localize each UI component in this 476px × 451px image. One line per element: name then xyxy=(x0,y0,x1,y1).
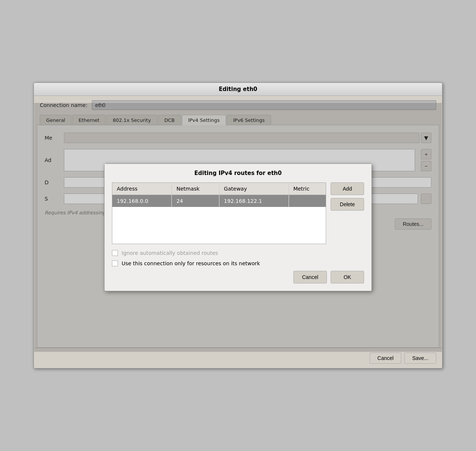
dialog-cancel-button[interactable]: Cancel xyxy=(293,271,327,283)
cell-netmask: 24 xyxy=(172,195,219,207)
ignore-routes-label: Ignore automatically obtained routes xyxy=(122,250,218,256)
main-save-button[interactable]: Save... xyxy=(404,353,436,364)
table-row[interactable]: 192.168.0.0 24 192.168.122.1 xyxy=(112,195,326,207)
col-address: Address xyxy=(112,182,172,195)
table-action-buttons: Add Delete xyxy=(331,182,364,244)
window-title: Editing eth0 xyxy=(34,83,442,96)
main-window: Editing eth0 Connection name: General Et… xyxy=(33,82,443,369)
use-only-label: Use this connection only for resources o… xyxy=(122,260,260,266)
dialog-ok-button[interactable]: OK xyxy=(331,271,364,283)
use-only-checkbox[interactable] xyxy=(112,260,118,266)
empty-row-1 xyxy=(112,207,326,244)
ignore-routes-checkbox[interactable] xyxy=(112,250,118,256)
col-gateway: Gateway xyxy=(219,182,289,195)
main-cancel-button[interactable]: Cancel xyxy=(370,353,402,364)
delete-route-button[interactable]: Delete xyxy=(331,198,364,211)
use-only-row: Use this connection only for resources o… xyxy=(112,260,364,266)
dialog-overlay: Editing IPv4 routes for eth0 Address Net… xyxy=(34,103,442,352)
add-route-button[interactable]: Add xyxy=(331,182,364,195)
dialog-footer: Cancel OK xyxy=(112,271,364,283)
ipv4-routes-dialog: Editing IPv4 routes for eth0 Address Net… xyxy=(104,163,372,292)
content-area: Me ▼ Ad + − D S xyxy=(37,125,439,348)
col-metric: Metric xyxy=(289,182,326,195)
dialog-content: Address Netmask Gateway Metric 192.168.0… xyxy=(104,182,372,291)
cell-gateway: 192.168.122.1 xyxy=(219,195,289,207)
cell-metric xyxy=(289,195,326,207)
routes-table: Address Netmask Gateway Metric 192.168.0… xyxy=(112,182,326,244)
dialog-title: Editing IPv4 routes for eth0 xyxy=(104,164,372,182)
cell-address: 192.168.0.0 xyxy=(112,195,172,207)
ignore-routes-row: Ignore automatically obtained routes xyxy=(112,250,364,256)
table-and-buttons: Address Netmask Gateway Metric 192.168.0… xyxy=(112,182,364,244)
col-netmask: Netmask xyxy=(172,182,219,195)
